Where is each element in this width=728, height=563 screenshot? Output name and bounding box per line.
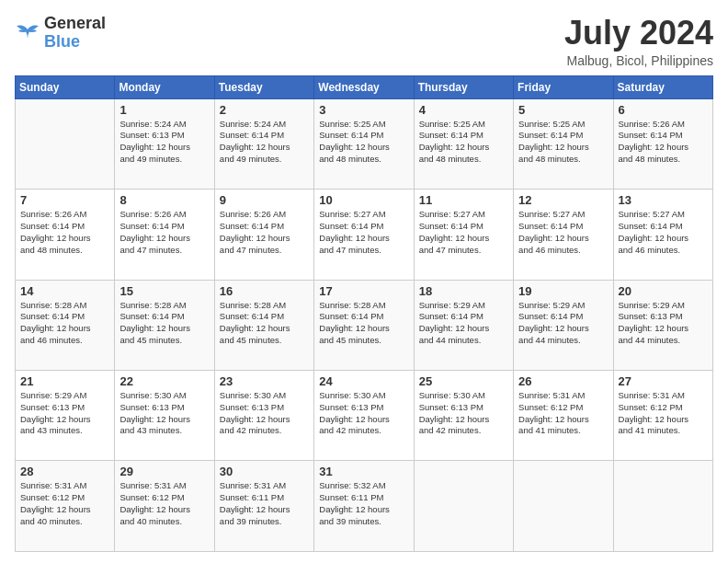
calendar-cell: 18Sunrise: 5:29 AM Sunset: 6:14 PM Dayli… [414,280,513,370]
calendar-day-header: Saturday [613,75,712,98]
logo-bird-icon [15,22,40,44]
day-number: 17 [319,284,408,298]
calendar-day-header: Friday [514,75,613,98]
cell-details: Sunrise: 5:31 AM Sunset: 6:12 PM Dayligh… [619,390,708,437]
calendar-header-row: SundayMondayTuesdayWednesdayThursdayFrid… [16,75,713,98]
calendar-day-header: Tuesday [214,75,313,98]
day-number: 10 [319,193,408,207]
cell-details: Sunrise: 5:28 AM Sunset: 6:14 PM Dayligh… [119,300,209,347]
day-number: 18 [419,284,508,298]
page: General Blue July 2024 Malbug, Bicol, Ph… [0,0,728,563]
cell-details: Sunrise: 5:31 AM Sunset: 6:12 PM Dayligh… [119,480,209,527]
day-number: 15 [119,284,209,298]
day-number: 11 [419,193,508,207]
cell-details: Sunrise: 5:29 AM Sunset: 6:13 PM Dayligh… [619,300,708,347]
calendar-cell [514,461,613,552]
day-number: 21 [20,374,109,388]
calendar-cell: 26Sunrise: 5:31 AM Sunset: 6:12 PM Dayli… [514,371,613,461]
calendar-cell: 5Sunrise: 5:25 AM Sunset: 6:14 PM Daylig… [514,98,613,189]
cell-details: Sunrise: 5:24 AM Sunset: 6:14 PM Dayligh… [220,119,309,166]
calendar-cell: 13Sunrise: 5:27 AM Sunset: 6:14 PM Dayli… [613,190,712,280]
cell-details: Sunrise: 5:26 AM Sunset: 6:14 PM Dayligh… [119,209,209,256]
cell-details: Sunrise: 5:30 AM Sunset: 6:13 PM Dayligh… [220,390,309,437]
title-block: July 2024 Malbug, Bicol, Philippines [564,15,713,68]
calendar-cell [16,98,115,189]
calendar-week-row: 14Sunrise: 5:28 AM Sunset: 6:14 PM Dayli… [16,280,713,370]
day-number: 26 [518,374,608,388]
day-number: 20 [619,284,708,298]
day-number: 7 [20,193,109,207]
month-year: July 2024 [564,15,713,52]
calendar-cell: 17Sunrise: 5:28 AM Sunset: 6:14 PM Dayli… [314,280,414,370]
day-number: 31 [319,465,408,478]
cell-details: Sunrise: 5:26 AM Sunset: 6:14 PM Dayligh… [220,209,309,256]
cell-details: Sunrise: 5:29 AM Sunset: 6:14 PM Dayligh… [518,300,608,347]
calendar-cell: 1Sunrise: 5:24 AM Sunset: 6:13 PM Daylig… [115,98,214,189]
calendar-cell: 24Sunrise: 5:30 AM Sunset: 6:13 PM Dayli… [314,371,414,461]
calendar-cell: 31Sunrise: 5:32 AM Sunset: 6:11 PM Dayli… [314,461,414,552]
cell-details: Sunrise: 5:28 AM Sunset: 6:14 PM Dayligh… [319,300,408,347]
calendar-cell: 12Sunrise: 5:27 AM Sunset: 6:14 PM Dayli… [514,190,613,280]
cell-details: Sunrise: 5:31 AM Sunset: 6:11 PM Dayligh… [220,480,309,527]
day-number: 19 [518,284,608,298]
cell-details: Sunrise: 5:30 AM Sunset: 6:13 PM Dayligh… [419,390,508,437]
cell-details: Sunrise: 5:30 AM Sunset: 6:13 PM Dayligh… [319,390,408,437]
day-number: 9 [220,193,309,207]
calendar-week-row: 7Sunrise: 5:26 AM Sunset: 6:14 PM Daylig… [16,190,713,280]
day-number: 30 [220,465,309,478]
day-number: 29 [119,465,209,478]
day-number: 2 [220,103,309,117]
calendar-day-header: Monday [115,75,214,98]
cell-details: Sunrise: 5:27 AM Sunset: 6:14 PM Dayligh… [619,209,708,256]
calendar-cell: 14Sunrise: 5:28 AM Sunset: 6:14 PM Dayli… [16,280,115,370]
calendar-week-row: 1Sunrise: 5:24 AM Sunset: 6:13 PM Daylig… [16,98,713,189]
day-number: 24 [319,374,408,388]
day-number: 16 [220,284,309,298]
day-number: 12 [518,193,608,207]
cell-details: Sunrise: 5:31 AM Sunset: 6:12 PM Dayligh… [518,390,608,437]
day-number: 4 [419,103,508,117]
day-number: 6 [619,103,708,117]
calendar-cell: 11Sunrise: 5:27 AM Sunset: 6:14 PM Dayli… [414,190,513,280]
calendar-week-row: 21Sunrise: 5:29 AM Sunset: 6:13 PM Dayli… [16,371,713,461]
calendar-cell: 28Sunrise: 5:31 AM Sunset: 6:12 PM Dayli… [16,461,115,552]
cell-details: Sunrise: 5:27 AM Sunset: 6:14 PM Dayligh… [419,209,508,256]
calendar-week-row: 28Sunrise: 5:31 AM Sunset: 6:12 PM Dayli… [16,461,713,552]
calendar-cell: 2Sunrise: 5:24 AM Sunset: 6:14 PM Daylig… [214,98,313,189]
cell-details: Sunrise: 5:29 AM Sunset: 6:14 PM Dayligh… [419,300,508,347]
calendar-cell: 16Sunrise: 5:28 AM Sunset: 6:14 PM Dayli… [214,280,313,370]
day-number: 13 [619,193,708,207]
cell-details: Sunrise: 5:28 AM Sunset: 6:14 PM Dayligh… [20,300,109,347]
day-number: 22 [119,374,209,388]
cell-details: Sunrise: 5:28 AM Sunset: 6:14 PM Dayligh… [220,300,309,347]
cell-details: Sunrise: 5:25 AM Sunset: 6:14 PM Dayligh… [319,119,408,166]
cell-details: Sunrise: 5:30 AM Sunset: 6:13 PM Dayligh… [119,390,209,437]
calendar-cell: 29Sunrise: 5:31 AM Sunset: 6:12 PM Dayli… [115,461,214,552]
calendar-cell: 7Sunrise: 5:26 AM Sunset: 6:14 PM Daylig… [16,190,115,280]
calendar-cell: 15Sunrise: 5:28 AM Sunset: 6:14 PM Dayli… [115,280,214,370]
cell-details: Sunrise: 5:27 AM Sunset: 6:14 PM Dayligh… [319,209,408,256]
day-number: 5 [518,103,608,117]
day-number: 3 [319,103,408,117]
calendar-cell: 8Sunrise: 5:26 AM Sunset: 6:14 PM Daylig… [115,190,214,280]
cell-details: Sunrise: 5:26 AM Sunset: 6:14 PM Dayligh… [619,119,708,166]
calendar-cell: 23Sunrise: 5:30 AM Sunset: 6:13 PM Dayli… [214,371,313,461]
calendar-table: SundayMondayTuesdayWednesdayThursdayFrid… [15,75,713,552]
day-number: 1 [119,103,209,117]
calendar-cell: 10Sunrise: 5:27 AM Sunset: 6:14 PM Dayli… [314,190,414,280]
logo-text: General Blue [44,15,106,52]
calendar-cell: 6Sunrise: 5:26 AM Sunset: 6:14 PM Daylig… [613,98,712,189]
calendar-cell: 27Sunrise: 5:31 AM Sunset: 6:12 PM Dayli… [613,371,712,461]
calendar-cell: 20Sunrise: 5:29 AM Sunset: 6:13 PM Dayli… [613,280,712,370]
day-number: 23 [220,374,309,388]
cell-details: Sunrise: 5:29 AM Sunset: 6:13 PM Dayligh… [20,390,109,437]
header: General Blue July 2024 Malbug, Bicol, Ph… [15,15,713,68]
calendar-day-header: Thursday [414,75,513,98]
cell-details: Sunrise: 5:25 AM Sunset: 6:14 PM Dayligh… [518,119,608,166]
calendar-cell: 4Sunrise: 5:25 AM Sunset: 6:14 PM Daylig… [414,98,513,189]
cell-details: Sunrise: 5:24 AM Sunset: 6:13 PM Dayligh… [119,119,209,166]
calendar-cell [414,461,513,552]
cell-details: Sunrise: 5:26 AM Sunset: 6:14 PM Dayligh… [20,209,109,256]
cell-details: Sunrise: 5:25 AM Sunset: 6:14 PM Dayligh… [419,119,508,166]
calendar-day-header: Wednesday [314,75,414,98]
